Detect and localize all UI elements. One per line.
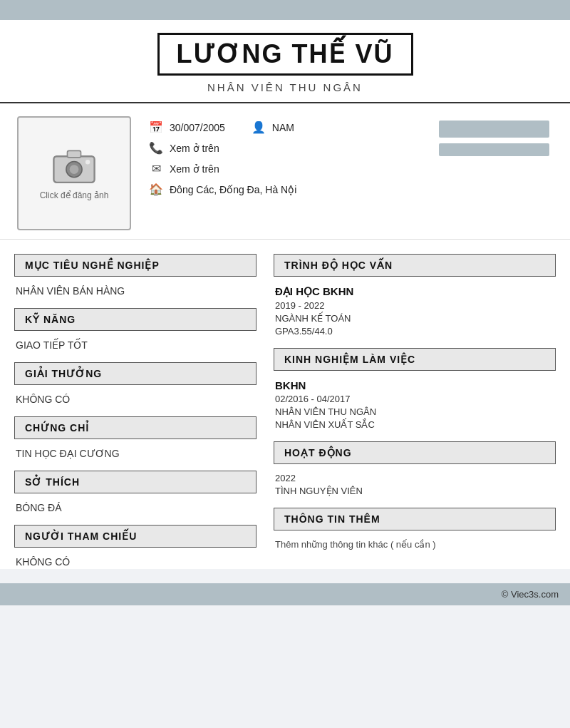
references-header: NGƯỜI THAM CHIẾU [14, 525, 256, 548]
email-value: Xem ở trên [170, 163, 219, 175]
education-years: 2019 - 2022 [275, 300, 554, 311]
email-icon: ✉ [148, 162, 164, 175]
hobbies-section: SỞ THÍCH BÓNG ĐÁ [14, 471, 256, 515]
work-company: BKHN [275, 379, 554, 391]
awards-section: GIẢI THƯỞNG KHÔNG CÓ [14, 362, 256, 406]
work-experience-section: KINH NGHIỆM LÀM VIỆC BKHN 02/2016 - 04/2… [274, 348, 556, 431]
page-footer: © Viec3s.com [0, 583, 570, 605]
svg-point-4 [86, 160, 90, 164]
phone-icon: 📞 [148, 141, 164, 155]
additional-content: Thêm những thông tin khác ( nếu cần ) [275, 539, 554, 550]
left-column: MỤC TIÊU NGHỀ NGHIỆP NHÂN VIÊN BÁN HÀNG … [14, 254, 256, 569]
work-period: 02/2016 - 04/2017 [275, 394, 554, 404]
career-goal-header: MỤC TIÊU NGHỀ NGHIỆP [14, 254, 256, 277]
hobbies-header: SỞ THÍCH [14, 471, 256, 493]
side-bar-2 [439, 143, 549, 156]
references-content: KHÔNG CÓ [14, 552, 256, 569]
header-name-area: LƯƠNG THẾ VŨ NHÂN VIÊN THU NGÂN [0, 20, 570, 103]
svg-rect-3 [67, 150, 81, 158]
additional-header: THÔNG TIN THÊM [274, 508, 556, 530]
address-value: Đông Các, Đống Đa, Hà Nội [170, 184, 296, 195]
hobbies-content: BÓNG ĐÁ [14, 498, 256, 515]
dob-icon: 📅 [148, 121, 164, 134]
right-column: TRÌNH ĐỘ HỌC VẤN ĐẠI HỌC BKHN 2019 - 202… [274, 254, 556, 569]
work-award: NHÂN VIÊN XUẤT SẮC [275, 419, 554, 430]
references-section: NGƯỜI THAM CHIẾU KHÔNG CÓ [14, 525, 256, 569]
certificates-content: TIN HỌC ĐẠI CƯƠNG [14, 444, 256, 461]
camera-icon [51, 146, 97, 185]
skills-content: GIAO TIẾP TỐT [14, 335, 256, 352]
footer-text: © Viec3s.com [502, 589, 559, 600]
education-gpa: GPA3.55/44.0 [275, 326, 554, 337]
skills-section: KỸ NĂNG GIAO TIẾP TỐT [14, 308, 256, 352]
education-school: ĐẠI HỌC BKHN [275, 285, 554, 298]
phone-row: 📞 Xem ở trên [148, 141, 422, 155]
main-container: Click để đăng ảnh 📅 30/007/2005 👤 NAM 📞 … [0, 103, 570, 569]
photo-upload-box[interactable]: Click để đăng ảnh [17, 116, 131, 230]
content-area: MỤC TIÊU NGHỀ NGHIỆP NHÂN VIÊN BÁN HÀNG … [0, 240, 570, 569]
svg-point-2 [70, 165, 79, 174]
dob-value: 30/007/2005 [170, 122, 225, 133]
header-top-bar [0, 0, 570, 20]
education-section: TRÌNH ĐỘ HỌC VẤN ĐẠI HỌC BKHN 2019 - 202… [274, 254, 556, 338]
side-bar-1 [439, 121, 549, 138]
photo-upload-label: Click để đăng ảnh [40, 190, 109, 200]
activity-year: 2022 [275, 473, 554, 483]
personal-info-row: Click để đăng ảnh 📅 30/007/2005 👤 NAM 📞 … [0, 103, 570, 240]
personal-details: 📅 30/007/2005 👤 NAM 📞 Xem ở trên ✉ Xem ở… [148, 116, 422, 196]
awards-header: GIẢI THƯỞNG [14, 362, 256, 385]
activities-section: HOẠT ĐỘNG 2022 TÌNH NGUYỆN VIÊN [274, 441, 556, 498]
career-goal-section: MỤC TIÊU NGHỀ NGHIỆP NHÂN VIÊN BÁN HÀNG [14, 254, 256, 298]
gender-icon: 👤 [251, 121, 266, 134]
gender-value: NAM [272, 122, 294, 133]
work-experience-header: KINH NGHIỆM LÀM VIỆC [274, 348, 556, 371]
email-row: ✉ Xem ở trên [148, 162, 422, 175]
resume-name: LƯƠNG THẾ VŨ [157, 33, 413, 76]
phone-value: Xem ở trên [170, 143, 219, 154]
career-goal-content: NHÂN VIÊN BÁN HÀNG [14, 281, 256, 298]
education-header: TRÌNH ĐỘ HỌC VẤN [274, 254, 556, 277]
work-position: NHÂN VIÊN THU NGÂN [275, 406, 554, 417]
address-icon: 🏠 [148, 183, 164, 196]
activities-header: HOẠT ĐỘNG [274, 441, 556, 464]
resume-title: NHÂN VIÊN THU NGÂN [0, 81, 570, 93]
gender-row: 👤 NAM [251, 121, 294, 134]
education-major: NGÀNH KẾ TOÁN [275, 313, 554, 324]
skills-header: KỸ NĂNG [14, 308, 256, 331]
dob-row: 📅 30/007/2005 [148, 121, 225, 134]
additional-section: THÔNG TIN THÊM Thêm những thông tin khác… [274, 508, 556, 551]
side-banner [439, 116, 553, 156]
certificates-section: CHỨNG CHỈ TIN HỌC ĐẠI CƯƠNG [14, 416, 256, 461]
dob-gender-row: 📅 30/007/2005 👤 NAM [148, 121, 422, 134]
certificates-header: CHỨNG CHỈ [14, 416, 256, 439]
awards-content: KHÔNG CÓ [14, 389, 256, 406]
address-row: 🏠 Đông Các, Đống Đa, Hà Nội [148, 183, 422, 196]
activity-role: TÌNH NGUYỆN VIÊN [275, 486, 554, 496]
